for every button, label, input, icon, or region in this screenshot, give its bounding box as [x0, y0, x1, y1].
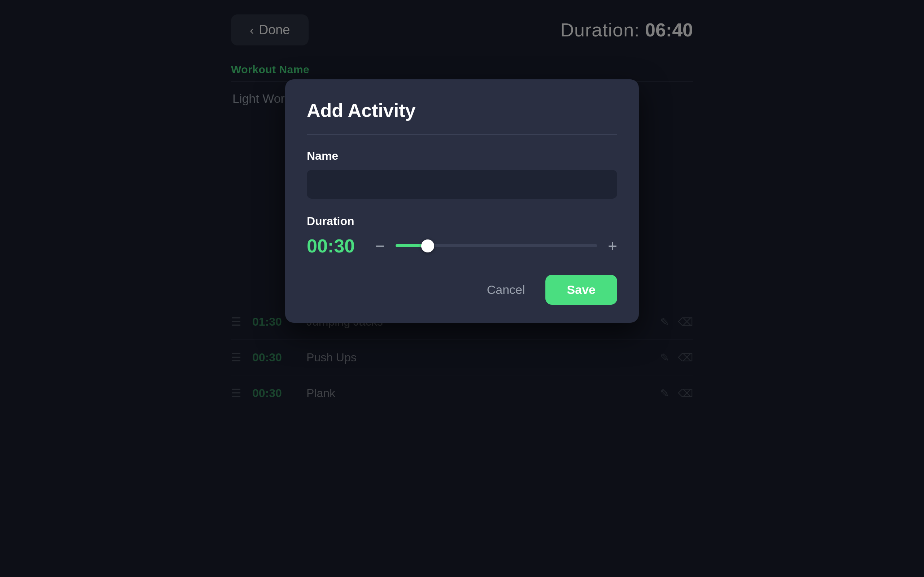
- modal-divider: [307, 134, 617, 135]
- duration-increase-button[interactable]: +: [608, 238, 617, 254]
- modal-buttons: Cancel Save: [307, 275, 617, 305]
- activity-name-input[interactable]: [307, 170, 617, 199]
- modal-title: Add Activity: [307, 100, 617, 121]
- app-container: ‹ Done Duration: 06:40 Workout Name Ligh…: [0, 0, 924, 577]
- duration-section: Duration 00:30 − +: [307, 214, 617, 257]
- save-button[interactable]: Save: [545, 275, 617, 305]
- cancel-button[interactable]: Cancel: [474, 276, 538, 303]
- duration-field-label: Duration: [307, 214, 617, 228]
- slider-thumb[interactable]: [421, 239, 434, 253]
- duration-decrease-button[interactable]: −: [375, 238, 385, 254]
- duration-row: 00:30 − +: [307, 235, 617, 257]
- name-field-label: Name: [307, 149, 617, 163]
- modal-overlay: Add Activity Name Duration 00:30 −: [0, 0, 924, 577]
- duration-slider[interactable]: [396, 244, 597, 248]
- add-activity-modal: Add Activity Name Duration 00:30 −: [285, 79, 639, 323]
- duration-time-display: 00:30: [307, 235, 365, 257]
